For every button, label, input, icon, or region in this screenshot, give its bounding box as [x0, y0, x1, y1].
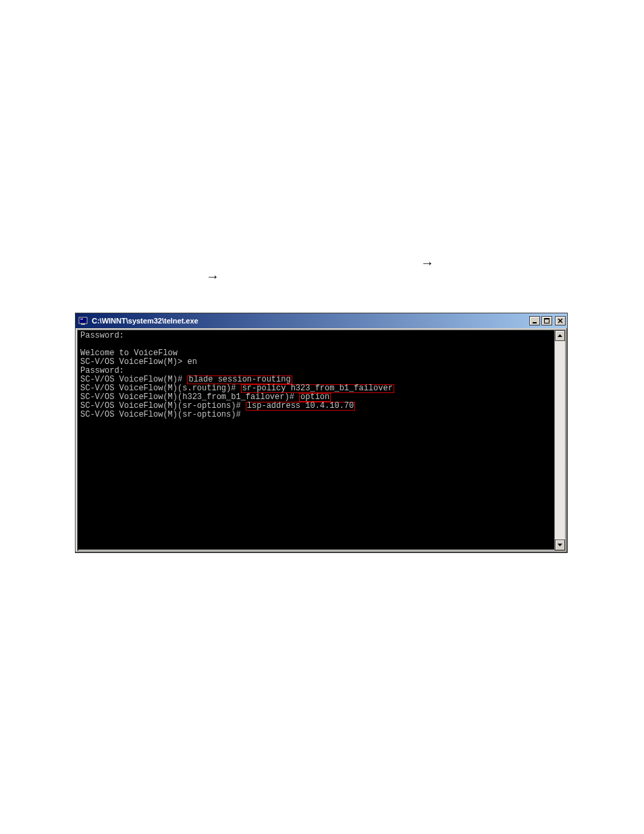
- svg-marker-9: [558, 334, 562, 337]
- terminal-text: SC-V/OS VoiceFlow(M)(s.routing)#: [80, 384, 241, 393]
- terminal-line: Password:: [80, 332, 553, 340]
- window-controls: [529, 316, 566, 325]
- terminal-text: SC-V/OS VoiceFlow(M)(sr-options)#: [80, 401, 246, 411]
- terminal-text: SC-V/OS VoiceFlow(M)(h323_from_b1_failov…: [80, 392, 299, 402]
- minimize-button[interactable]: [529, 316, 540, 325]
- telnet-icon: [78, 315, 89, 326]
- terminal-client-area: Password:Welcome to VoiceFlowSC-V/OS Voi…: [77, 330, 566, 551]
- terminal-text: SC-V/OS VoiceFlow(M)(sr-options)#: [80, 410, 241, 419]
- window-title: C:\WINNT\system32\telnet.exe: [92, 317, 529, 325]
- svg-rect-4: [533, 322, 537, 323]
- terminal-line: SC-V/OS VoiceFlow(M)> en: [80, 358, 553, 367]
- terminal-text: Password:: [80, 366, 124, 375]
- arrow-glyph: →: [421, 255, 434, 271]
- vertical-scrollbar[interactable]: [554, 330, 565, 550]
- arrow-glyph: →: [206, 269, 219, 284]
- terminal-text: Welcome to VoiceFlow: [80, 348, 178, 358]
- window-titlebar[interactable]: C:\WINNT\system32\telnet.exe: [76, 313, 567, 328]
- terminal-text: SC-V/OS VoiceFlow(M)> en: [80, 357, 197, 367]
- svg-rect-2: [80, 319, 83, 319]
- highlighted-command: lsp-address 10.4.10.70: [246, 402, 355, 411]
- scroll-up-button[interactable]: [555, 330, 565, 341]
- scroll-down-button[interactable]: [555, 540, 565, 550]
- document-page: → → C:\WINNT\system32\telnet.exe: [0, 0, 644, 834]
- terminal-line: SC-V/OS VoiceFlow(M)(sr-options)#: [80, 411, 553, 419]
- terminal-text: SC-V/OS VoiceFlow(M)#: [80, 375, 187, 384]
- svg-rect-3: [81, 323, 85, 325]
- terminal-output[interactable]: Password:Welcome to VoiceFlowSC-V/OS Voi…: [80, 332, 553, 419]
- scrollbar-track[interactable]: [555, 341, 565, 540]
- maximize-button[interactable]: [541, 316, 552, 325]
- terminal-text: Password:: [80, 331, 124, 340]
- close-button[interactable]: [555, 316, 566, 325]
- telnet-window: C:\WINNT\system32\telnet.exe Password:We…: [75, 313, 568, 553]
- svg-rect-6: [544, 318, 549, 319]
- svg-marker-10: [558, 544, 562, 546]
